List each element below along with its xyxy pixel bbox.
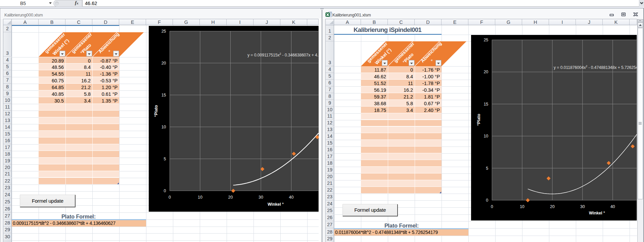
svg-text:0: 0 <box>491 204 493 209</box>
svg-text:20: 20 <box>484 70 488 74</box>
svg-text:40: 40 <box>610 204 615 209</box>
svg-text:0: 0 <box>169 195 171 200</box>
svg-text:10: 10 <box>484 134 488 138</box>
svg-text:25: 25 <box>162 29 166 34</box>
svg-text:0: 0 <box>164 189 166 193</box>
svg-text:10: 10 <box>520 204 524 209</box>
svg-text:25: 25 <box>484 38 488 42</box>
svg-text:30: 30 <box>580 204 585 209</box>
svg-text:15: 15 <box>162 93 166 97</box>
svg-text:30: 30 <box>259 195 263 200</box>
svg-text:5: 5 <box>164 157 166 161</box>
svg-text:0: 0 <box>486 198 488 203</box>
svg-text:°Plato: °Plato <box>154 105 158 117</box>
svg-text:20: 20 <box>550 204 555 209</box>
svg-text:20: 20 <box>228 195 233 200</box>
svg-text:Winkel °: Winkel ° <box>268 202 284 207</box>
svg-text:Winkel °: Winkel ° <box>589 211 605 215</box>
svg-text:10: 10 <box>162 125 166 129</box>
svg-text:20: 20 <box>162 61 166 66</box>
svg-text:°Plato: °Plato <box>476 114 481 126</box>
svg-text:5: 5 <box>486 166 488 171</box>
svg-text:15: 15 <box>484 102 488 107</box>
svg-text:10: 10 <box>198 195 202 200</box>
svg-text:40: 40 <box>289 195 294 200</box>
svg-text:y = 0.011876004x2 - 0.47488134: y = 0.011876004x2 - 0.474881348x + 5.726… <box>554 65 637 70</box>
svg-text:y = 0.009117515x2 - 0.34663860: y = 0.009117515x2 - 0.346638607x + 4.136… <box>247 52 319 57</box>
